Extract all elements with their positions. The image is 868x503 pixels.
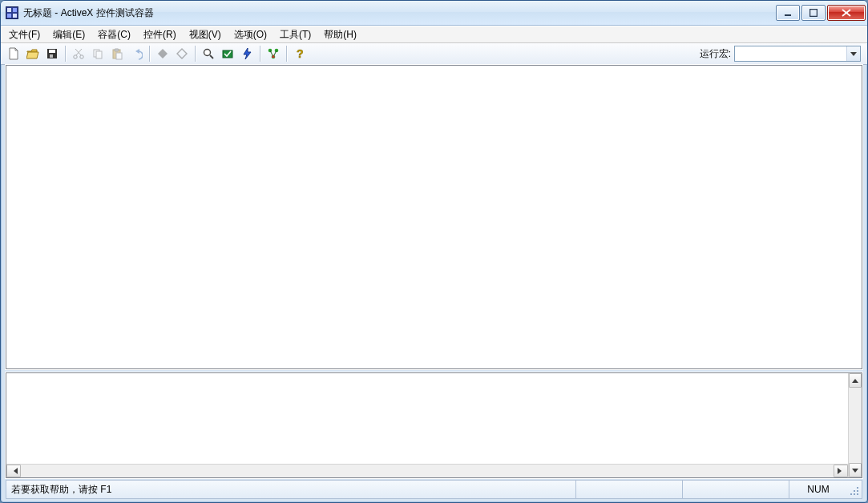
svg-rect-22: [116, 53, 122, 59]
magnifier-icon: [202, 47, 215, 60]
run-node-icon: [267, 47, 280, 60]
svg-marker-24: [158, 49, 168, 58]
svg-rect-21: [115, 49, 119, 51]
copy-icon: [91, 47, 104, 60]
toolbar-separator: [65, 46, 66, 62]
scroll-right-button[interactable]: [834, 465, 848, 477]
svg-point-16: [74, 55, 77, 58]
chevron-right-icon: [838, 468, 845, 474]
combo-dropdown-button[interactable]: [846, 46, 860, 61]
event-log-panel: [6, 372, 862, 478]
properties-closed-button[interactable]: [153, 44, 172, 63]
diamond-dark-icon: [156, 47, 169, 60]
title-bar[interactable]: 无标题 - ActiveX 控件测试容器: [1, 1, 867, 26]
svg-rect-39: [857, 490, 858, 492]
copy-button[interactable]: [88, 44, 107, 63]
app-icon: [6, 6, 18, 19]
properties-open-button[interactable]: [172, 44, 192, 63]
svg-rect-19: [96, 51, 102, 58]
run-macro-group: 运行宏:: [700, 46, 864, 62]
toolbar-separator: [149, 46, 150, 62]
resize-grip-icon: [849, 485, 860, 497]
svg-line-15: [76, 49, 82, 55]
client-area: [6, 65, 862, 478]
save-button[interactable]: [42, 44, 62, 63]
toolbar: ? 运行宏:: [1, 43, 867, 65]
close-button[interactable]: [827, 5, 866, 21]
menu-tools[interactable]: 工具(T): [273, 27, 317, 42]
green-flag-icon: [221, 47, 234, 60]
event-log[interactable]: [6, 373, 848, 464]
toolbar-separator: [195, 46, 196, 62]
menu-control[interactable]: 控件(R): [137, 27, 183, 42]
status-num-lock: NUM: [789, 481, 847, 498]
ambient-properties-button[interactable]: [218, 44, 237, 63]
svg-rect-37: [857, 487, 858, 489]
minimize-icon: [784, 9, 792, 17]
toolbar-separator: [260, 46, 260, 62]
log-vertical-scrollbar[interactable]: [848, 373, 862, 477]
maximize-button[interactable]: [801, 5, 826, 21]
invoke-methods-button[interactable]: [237, 44, 256, 63]
svg-rect-42: [857, 493, 858, 495]
svg-line-14: [75, 49, 81, 55]
new-button[interactable]: [4, 44, 23, 63]
svg-line-27: [210, 55, 213, 58]
help-icon: ?: [293, 47, 306, 60]
paste-button[interactable]: [107, 44, 127, 63]
svg-rect-3: [7, 14, 11, 18]
status-bar: 若要获取帮助，请按 F1 NUM: [6, 480, 862, 499]
open-folder-icon: [26, 47, 39, 60]
svg-marker-29: [244, 48, 251, 59]
svg-marker-23: [135, 49, 139, 54]
svg-rect-2: [13, 8, 17, 12]
scroll-down-button[interactable]: [849, 463, 862, 477]
resize-grip[interactable]: [847, 481, 862, 498]
log-horizontal-scrollbar[interactable]: [6, 464, 848, 477]
svg-text:?: ?: [297, 47, 304, 60]
svg-point-17: [80, 55, 83, 58]
svg-rect-5: [785, 14, 791, 16]
run-macro-combo[interactable]: [734, 46, 861, 62]
menu-help[interactable]: 帮助(H): [317, 27, 363, 42]
chevron-down-icon: [852, 469, 858, 473]
control-canvas[interactable]: [6, 65, 862, 369]
svg-rect-40: [850, 493, 852, 495]
undo-icon: [130, 47, 143, 60]
minimize-button[interactable]: [776, 5, 800, 21]
svg-rect-1: [7, 8, 11, 12]
svg-rect-4: [13, 14, 17, 18]
run-macro-button[interactable]: [264, 44, 283, 63]
menu-container[interactable]: 容器(C): [91, 27, 137, 42]
cut-button[interactable]: [69, 44, 88, 63]
open-button[interactable]: [23, 44, 42, 63]
insert-control-button[interactable]: [199, 44, 218, 63]
svg-point-26: [204, 50, 211, 56]
maximize-icon: [809, 9, 818, 17]
lightning-icon: [240, 47, 253, 60]
about-button[interactable]: ?: [290, 44, 309, 63]
status-message: 若要获取帮助，请按 F1: [6, 483, 575, 497]
chevron-up-icon: [852, 379, 858, 383]
cut-icon: [72, 47, 85, 60]
menu-edit[interactable]: 编辑(E): [46, 27, 91, 42]
scroll-up-button[interactable]: [849, 373, 862, 388]
menu-file[interactable]: 文件(F): [2, 27, 46, 42]
scroll-left-button[interactable]: [6, 465, 21, 477]
chevron-left-icon: [10, 468, 18, 474]
toolbar-separator: [286, 46, 287, 62]
svg-rect-6: [810, 10, 818, 17]
close-icon: [842, 9, 851, 17]
menu-view[interactable]: 视图(V): [183, 27, 228, 42]
window-title: 无标题 - ActiveX 控件测试容器: [23, 6, 776, 20]
svg-rect-13: [53, 54, 55, 58]
menu-bar: 文件(F) 编辑(E) 容器(C) 控件(R) 视图(V) 选项(O) 工具(T…: [1, 26, 867, 43]
status-pane-1: [575, 481, 682, 498]
svg-rect-38: [854, 490, 855, 492]
diamond-outline-icon: [176, 47, 188, 60]
menu-options[interactable]: 选项(O): [228, 27, 273, 42]
app-window: 无标题 - ActiveX 控件测试容器 文件(F) 编辑(E) 容器(C) 控…: [0, 0, 868, 503]
paste-icon: [111, 47, 123, 60]
undo-button[interactable]: [127, 44, 146, 63]
run-macro-label: 运行宏:: [700, 47, 731, 61]
